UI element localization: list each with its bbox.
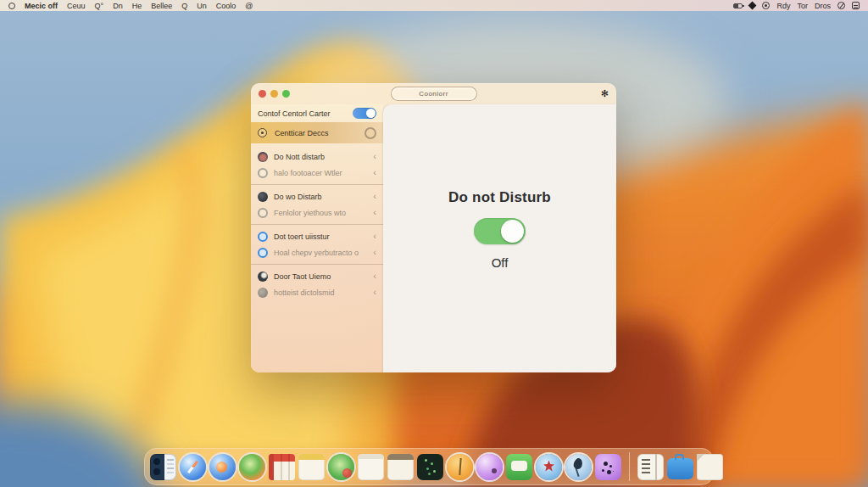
chevron-left-icon: ‹ <box>373 208 376 217</box>
chevron-left-icon: ‹ <box>373 192 376 201</box>
dock-icon-red-books[interactable] <box>269 454 295 480</box>
chevron-left-icon: ‹ <box>373 288 376 297</box>
settings-asterisk-icon[interactable]: ✻ <box>601 89 609 98</box>
dnd-title: Do not Disturb <box>448 189 551 206</box>
apple-menu-icon[interactable] <box>8 3 15 9</box>
menu-item[interactable]: Bellee <box>151 2 172 10</box>
sidebar-header-label: Contof Centorl Carter <box>258 109 331 118</box>
chevron-left-icon: ‹ <box>373 248 376 257</box>
dock-icon-dark-plant[interactable] <box>417 454 443 480</box>
sidebar-item[interactable]: Dot toert uiisstur ‹ <box>251 228 383 244</box>
menu-item[interactable]: Q° <box>95 2 104 10</box>
sidebar-divider <box>251 264 383 265</box>
dock-icon-briefcase[interactable] <box>667 458 693 479</box>
menu-bar-status: Rdy Tor Dros <box>733 2 860 10</box>
gear-status-icon[interactable] <box>762 2 770 9</box>
control-center-settings-window: Coonlorr ✻ Contof Centorl Carter Centtic… <box>251 83 616 372</box>
status-item[interactable]: Dros <box>815 2 831 10</box>
dnd-toggle-knob <box>501 220 524 243</box>
sidebar-item-label: Door Taot Uiemo <box>274 272 367 281</box>
chevron-left-icon: ‹ <box>373 168 376 177</box>
menu-item[interactable]: Coolo <box>216 2 236 10</box>
slash-circle-status-icon[interactable] <box>837 2 845 9</box>
traffic-lights <box>259 90 290 98</box>
dock-icon-orange-browser[interactable] <box>209 454 236 480</box>
battery-icon[interactable] <box>733 3 743 8</box>
menu-item[interactable]: Dn <box>113 2 123 10</box>
dock <box>144 448 714 485</box>
sidebar-item-label: halo footoacer Wtler <box>274 169 367 177</box>
sidebar-item-label: Centticar Deccs <box>275 129 357 137</box>
chevron-left-icon: ‹ <box>373 271 376 281</box>
control-center-toggle[interactable] <box>353 108 376 119</box>
moon-icon <box>258 192 268 202</box>
clock-icon <box>258 128 267 137</box>
chevron-left-icon: ‹ <box>373 152 376 161</box>
main-panel: Do not Disturb Off <box>383 104 616 372</box>
sidebar-item[interactable]: halo footoacer Wtler ‹ <box>251 165 383 181</box>
menu-bar: Mecic off Ceuu Q° Dn He Bellee Q Un Cool… <box>0 0 868 11</box>
sidebar-item-dnd[interactable]: Do Nott distarb ‹ <box>251 148 383 165</box>
titlebar-pill-button[interactable]: Coonlorr <box>391 87 477 101</box>
close-button[interactable] <box>259 90 266 98</box>
sidebar-item-selected[interactable]: Centticar Deccs <box>251 122 383 143</box>
moon-crescent-icon <box>258 271 268 282</box>
sidebar-item[interactable]: Fenlolor yiethous wto ‹ <box>251 204 383 221</box>
dock-icon-maps-pin[interactable] <box>536 454 562 480</box>
menu-bar-left: Mecic off Ceuu Q° Dn He Bellee Q Un Cool… <box>8 2 733 10</box>
dock-icon-list-document[interactable] <box>637 454 664 480</box>
dock-icon-messages[interactable] <box>506 454 532 480</box>
status-item[interactable]: Tor <box>797 2 808 10</box>
zoom-button[interactable] <box>282 90 290 98</box>
status-item[interactable]: Rdy <box>776 2 790 10</box>
window-body: Contof Centorl Carter Centticar Deccs Do… <box>251 104 616 372</box>
dock-icon-purple-ink[interactable] <box>595 454 621 480</box>
menu-item[interactable]: Un <box>197 2 207 10</box>
sidebar-item-label: Hoal chepv yerbutracto o <box>274 249 367 257</box>
sidebar-item-label: Dot toert uiisstur <box>274 232 367 241</box>
chevron-left-icon: ‹ <box>373 232 376 241</box>
sidebar-item-label: Fenlolor yiethous wto <box>274 209 367 217</box>
dock-icon-app-grid[interactable] <box>150 454 176 480</box>
dock-icon-purple-orb[interactable] <box>476 454 503 480</box>
sidebar-item[interactable]: Door Taot Uiemo ‹ <box>251 268 383 284</box>
dnd-toggle[interactable] <box>474 218 526 244</box>
sidebar-divider <box>251 184 383 185</box>
dock-icon-blue-kite[interactable] <box>565 454 592 480</box>
dock-separator <box>629 452 630 481</box>
window-titlebar: Coonlorr ✻ <box>251 83 616 104</box>
menu-item[interactable]: Q <box>181 2 187 10</box>
blue-circle-icon <box>258 232 268 242</box>
dock-icon-orange-feather[interactable] <box>447 454 473 480</box>
dock-icon-safari[interactable] <box>180 454 206 480</box>
dock-icon-yellow-note[interactable] <box>298 454 325 480</box>
dock-icon-folded-page[interactable] <box>697 454 723 480</box>
dnd-state-label: Off <box>492 255 509 270</box>
dock-icon-green-red-globe[interactable] <box>328 454 354 480</box>
dock-icon-green-globe[interactable] <box>239 454 265 480</box>
sidebar-item[interactable]: hotteist dictolsmid ‹ <box>251 284 383 300</box>
ring-icon <box>364 127 376 139</box>
sidebar-divider <box>251 224 383 225</box>
menu-item[interactable]: Ceuu <box>67 2 86 10</box>
sidebar-item-label: hotteist dictolsmid <box>274 288 367 297</box>
sidebar-item-label: Do wo Distarb <box>274 193 367 201</box>
grey-dot-icon <box>258 288 268 298</box>
minimize-button[interactable] <box>270 90 278 98</box>
sidebar-item-label: Do Nott distarb <box>274 153 367 161</box>
desktop: Mecic off Ceuu Q° Dn He Bellee Q Un Cool… <box>0 0 868 487</box>
sidebar-item[interactable]: Hoal chepv yerbutracto o ‹ <box>251 244 383 260</box>
circle-outline-icon <box>258 208 268 218</box>
menu-item-app[interactable]: Mecic off <box>25 2 58 10</box>
menu-item[interactable]: He <box>132 2 142 10</box>
menu-item[interactable]: @ <box>245 2 253 10</box>
grid-status-icon[interactable] <box>852 2 860 9</box>
diamond-status-icon[interactable] <box>748 2 757 10</box>
sidebar-item-dnd-2[interactable]: Do wo Distarb ‹ <box>251 188 383 204</box>
blue-circle-icon <box>258 248 268 258</box>
moon-icon <box>258 152 268 162</box>
sidebar: Contof Centorl Carter Centticar Deccs Do… <box>251 104 383 372</box>
circle-outline-icon <box>258 168 268 178</box>
dock-icon-plain-note[interactable] <box>358 454 384 480</box>
dock-icon-tan-note[interactable] <box>387 454 414 480</box>
